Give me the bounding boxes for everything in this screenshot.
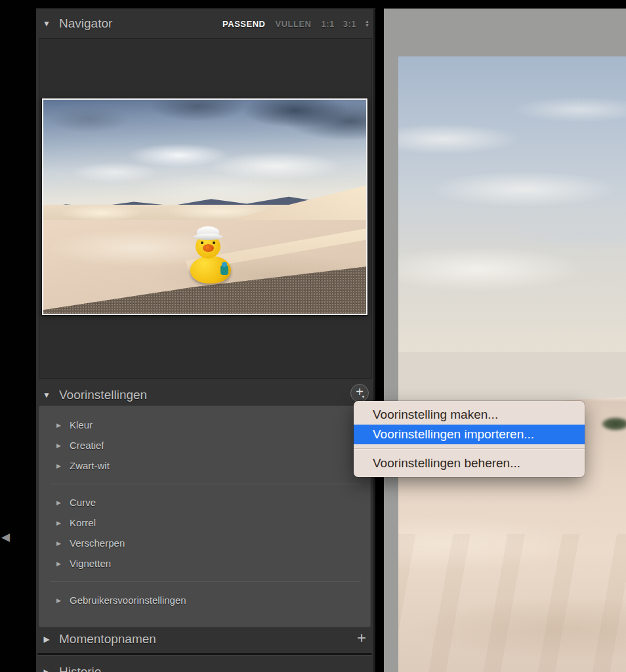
- panel-divider: [37, 653, 372, 656]
- expand-icon[interactable]: ▶: [56, 463, 66, 469]
- divider: [50, 581, 361, 582]
- collapse-left-panel-icon[interactable]: ◀: [1, 530, 10, 544]
- expand-icon[interactable]: ▶: [56, 520, 66, 526]
- add-snapshot-button[interactable]: +: [357, 630, 366, 646]
- preset-group-zwart-wit[interactable]: ▶ Zwart-wit: [39, 455, 370, 476]
- main-canvas-area: [375, 9, 626, 672]
- left-panel: ▼ Navigator PASSEND VULLEN 1:1 3:1 ▲ ▼: [36, 9, 375, 672]
- navigator-collapse-icon[interactable]: ▼: [41, 19, 52, 28]
- presets-header: ▼ Voorinstellingen + ▼: [36, 385, 375, 406]
- preset-group-korrel[interactable]: ▶ Korrel: [39, 513, 370, 533]
- photo-sky: [398, 56, 626, 352]
- navigator-header: ▼ Navigator PASSEND VULLEN 1:1 3:1 ▲ ▼: [36, 9, 375, 38]
- menu-item-import-presets[interactable]: Voorinstellingen importeren...: [354, 425, 585, 444]
- navigator-preview-box: [39, 38, 372, 379]
- main-photo[interactable]: [398, 56, 626, 672]
- lightroom-window: ◀ ▼ Navigator PASSEND VULLEN 1:1 3:1 ▲ ▼: [0, 0, 626, 672]
- menu-item-create-preset[interactable]: Voorinstelling maken...: [354, 404, 585, 425]
- history-header: ▶ Historie: [36, 659, 375, 672]
- presets-collapse-icon[interactable]: ▼: [41, 390, 52, 400]
- expand-icon[interactable]: ▶: [56, 540, 66, 547]
- snapshots-header: ▶ Momentopnamen +: [36, 626, 375, 652]
- left-panel-collapse-strip[interactable]: ◀: [0, 0, 36, 672]
- preset-group-verscherpen[interactable]: ▶ Verscherpen: [39, 533, 370, 553]
- divider: [50, 484, 361, 484]
- expand-icon[interactable]: ▶: [56, 597, 66, 604]
- zoom-1-1-button[interactable]: 1:1: [321, 19, 334, 29]
- history-title: Historie: [59, 665, 101, 672]
- preset-group-gebruikersvoorinstellingen[interactable]: ▶ Gebruikersvoorinstellingen: [39, 590, 370, 610]
- canvas-background: [384, 9, 626, 672]
- presets-title: Voorinstellingen: [59, 388, 147, 402]
- rubber-duck: [188, 226, 234, 286]
- preset-group-creatief[interactable]: ▶ Creatief: [39, 435, 370, 455]
- menu-item-manage-presets[interactable]: Voorinstellingen beheren...: [354, 453, 585, 473]
- snapshots-title: Momentopnamen: [59, 632, 156, 646]
- caret-down-icon: ▼: [365, 24, 369, 28]
- duck-accessory: [220, 265, 228, 275]
- navigator-title: Navigator: [59, 16, 112, 31]
- zoom-ratio-stepper-icon[interactable]: ▲ ▼: [365, 20, 369, 28]
- navigator-preview-image[interactable]: [42, 98, 367, 315]
- history-expand-icon[interactable]: ▶: [41, 667, 52, 672]
- preset-group-curve[interactable]: ▶ Curve: [39, 492, 370, 513]
- preset-group-vignetten[interactable]: ▶ Vignetten: [39, 553, 370, 574]
- menu-separator: [354, 448, 585, 450]
- zoom-fit-button[interactable]: PASSEND: [222, 19, 265, 29]
- add-preset-button[interactable]: + ▼: [350, 384, 369, 402]
- snapshots-expand-icon[interactable]: ▶: [41, 635, 52, 644]
- preset-group-kleur[interactable]: ▶ Kleur: [39, 415, 370, 435]
- expand-icon[interactable]: ▶: [56, 560, 66, 567]
- presets-list: ▶ Kleur ▶ Creatief ▶ Zwart-wit ▶ Curve ▶…: [39, 406, 371, 627]
- expand-icon[interactable]: ▶: [56, 442, 66, 449]
- zoom-3-1-button[interactable]: 3:1: [343, 19, 356, 29]
- zoom-fill-button[interactable]: VULLEN: [275, 19, 311, 29]
- photo-sand-ripples: [398, 534, 626, 672]
- expand-icon[interactable]: ▶: [56, 499, 66, 506]
- expand-icon[interactable]: ▶: [56, 422, 66, 429]
- presets-context-menu: Voorinstelling maken... Voorinstellingen…: [354, 401, 585, 477]
- photo-shrub: [602, 417, 626, 430]
- thumb-sky: [43, 100, 366, 207]
